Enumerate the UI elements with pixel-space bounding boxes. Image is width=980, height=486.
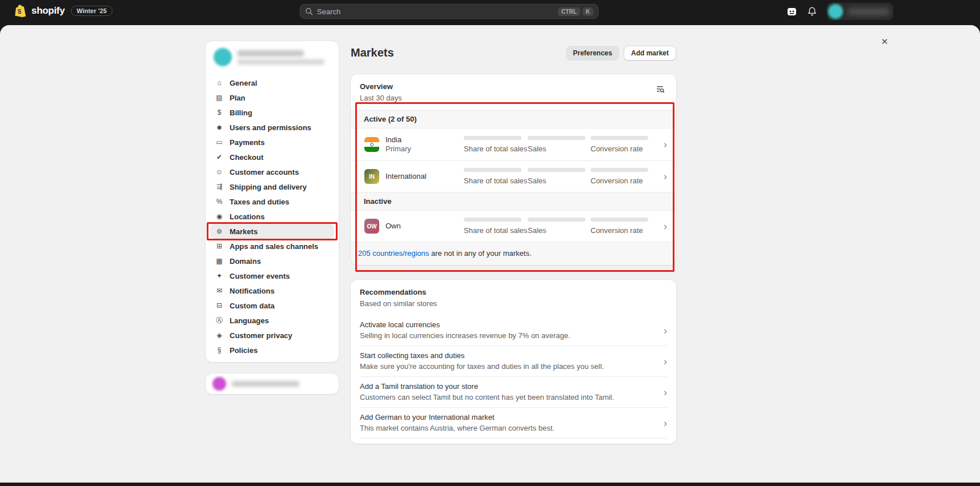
recommendations-title: Recommendations: [360, 288, 437, 297]
markets-globe-icon: ⊚: [215, 227, 224, 235]
recommendation-item[interactable]: Start collecting taxes and duties Make s…: [360, 346, 667, 376]
preferences-button[interactable]: Preferences: [566, 46, 619, 61]
sidekick-button[interactable]: [785, 5, 798, 18]
sidebar-item-shipping-and-delivery[interactable]: ⇶ Shipping and delivery: [210, 179, 334, 194]
page-title: Markets: [351, 46, 394, 59]
users-icon: ☻: [215, 123, 224, 131]
sidebar-item-payments[interactable]: ▭ Payments: [210, 135, 334, 150]
redacted-store-domain: [238, 59, 324, 65]
sidebar-item-customer-events[interactable]: ✦ Customer events: [210, 268, 334, 283]
recommendation-title: Activate local currencies: [360, 320, 657, 330]
team-member-card[interactable]: [206, 373, 339, 394]
sidebar-item-domains[interactable]: ▦ Domains: [210, 254, 334, 268]
account-menu[interactable]: [827, 3, 893, 20]
sidebar-item-label: Notifications: [230, 287, 275, 295]
topbar: S shopify Winter ’25 Search CTRL K: [0, 0, 980, 23]
market-section-title: Inactive: [364, 197, 391, 206]
sidebar-item-label: Apps and sales channels: [230, 242, 318, 251]
sidebar-item-label: General: [230, 79, 257, 87]
close-button[interactable]: ✕: [877, 34, 892, 49]
sidebar-item-apps-and-sales-channels[interactable]: ⊞ Apps and sales channels: [210, 239, 334, 254]
store-avatar: [828, 4, 843, 19]
market-name: Own: [385, 222, 457, 231]
search-markets-button[interactable]: [653, 82, 667, 96]
metric-label: Conversion rate: [591, 226, 653, 235]
sidebar-item-label: Plan: [230, 94, 245, 102]
sidebar-item-label: Locations: [230, 212, 264, 221]
policy-doc-icon: §: [215, 346, 224, 354]
sidebar-item-label: Taxes and duties: [230, 198, 290, 206]
metric-label: Sales: [528, 176, 591, 185]
metric-share-of-total-sales: Share of total sales: [464, 136, 528, 153]
bell-icon: [807, 6, 817, 17]
sidebar-item-label: Customer events: [230, 272, 290, 280]
sidebar-item-general[interactable]: ⌂ General: [210, 75, 334, 90]
recommendations-header: Recommendations Based on similar stores: [351, 280, 676, 315]
metric-value-skeleton: [464, 168, 521, 172]
shopify-logo[interactable]: S shopify Winter ’25: [15, 4, 113, 18]
domains-icon: ▦: [215, 257, 224, 265]
recommendation-description: This market contains Austria, where Germ…: [360, 424, 657, 433]
settings-modal: ✕ ⌂ General ▤ Plan $ Billing ☻ Users and…: [0, 25, 980, 483]
sidebar-item-label: Customer accounts: [230, 168, 299, 176]
store-avatar: [214, 48, 232, 66]
apps-grid-icon: ⊞: [215, 242, 224, 250]
sidebar-item-locations[interactable]: ◉ Locations: [210, 209, 334, 224]
market-name: India: [385, 135, 457, 144]
recommendation-description: Selling in local currencies increases re…: [360, 331, 657, 340]
sidebar-item-customer-accounts[interactable]: ☺ Customer accounts: [210, 164, 334, 179]
search-placeholder: Search: [317, 7, 556, 16]
sidebar-item-notifications[interactable]: ✉ Notifications: [210, 283, 334, 298]
recommendation-title: Start collecting taxes and duties: [360, 351, 657, 360]
countries-regions-link[interactable]: 205 countries/regions: [358, 249, 429, 258]
market-row[interactable]: India Primary Share of total salesSalesC…: [351, 128, 676, 160]
metric-value-skeleton: [528, 136, 585, 140]
sidebar-item-billing[interactable]: $ Billing: [210, 105, 334, 120]
sidebar-item-label: Users and permissions: [230, 123, 311, 132]
market-row[interactable]: OW Own Share of total salesSalesConversi…: [351, 211, 676, 242]
sidebar-item-checkout[interactable]: ✔ Checkout: [210, 150, 334, 164]
shopify-admin-settings: { "topbar": { "brand": "shopify", "relea…: [0, 0, 980, 486]
market-rows: India Primary Share of total salesSalesC…: [351, 128, 676, 192]
settings-nav: ⌂ General ▤ Plan $ Billing ☻ Users and p…: [206, 73, 339, 358]
recommendation-description: Make sure you're accounting for taxes an…: [360, 362, 657, 371]
lock-icon: ◈: [215, 331, 224, 339]
notifications-button[interactable]: [805, 5, 819, 18]
chevron-right-icon: ›: [664, 356, 667, 367]
sidebar-item-users-and-permissions[interactable]: ☻ Users and permissions: [210, 120, 334, 135]
recommendation-row: Add a new market ›: [351, 438, 676, 444]
search-icon: [305, 7, 313, 15]
overview-footer-text: are not in any of your markets.: [429, 249, 531, 258]
sidebar-item-customer-privacy[interactable]: ◈ Customer privacy: [210, 328, 334, 343]
recommendation-item[interactable]: Add a new market ›: [360, 438, 667, 444]
market-row[interactable]: IN International Share of total salesSal…: [351, 160, 676, 192]
metric-label: Conversion rate: [591, 176, 653, 185]
sidebar-item-label: Markets: [230, 227, 258, 236]
truck-icon: ⇶: [215, 183, 224, 191]
sidebar-item-languages[interactable]: Ⓐ Languages: [210, 313, 334, 328]
recommendation-item[interactable]: Add a Tamil translation to your store Cu…: [360, 376, 667, 407]
sidebar-item-label: Billing: [230, 109, 252, 117]
team-member-avatar: [212, 377, 226, 391]
metric-value-skeleton: [464, 136, 521, 140]
add-market-button[interactable]: Add market: [624, 46, 676, 61]
overview-subtitle: Last 30 days: [360, 94, 402, 103]
recommendation-title: Add German to your International market: [360, 413, 657, 422]
recommendation-item[interactable]: Activate local currencies Selling in loc…: [360, 315, 667, 346]
sidebar-item-policies[interactable]: § Policies: [210, 343, 334, 358]
metric-label: Sales: [528, 226, 591, 235]
metric-sales: Sales: [528, 218, 591, 235]
kbd-ctrl: CTRL: [558, 7, 580, 16]
sidebar-item-custom-data[interactable]: ⊟ Custom data: [210, 298, 334, 313]
search-input[interactable]: Search CTRL K: [300, 4, 599, 19]
chevron-right-icon: ›: [664, 171, 667, 182]
market-section-header: Inactive: [351, 192, 676, 211]
overview-footer: 205 countries/regions are not in any of …: [351, 242, 676, 265]
sidebar-item-plan[interactable]: ▤ Plan: [210, 90, 334, 105]
header-actions: Preferences Add market: [566, 46, 676, 61]
sidebar-item-taxes-and-duties[interactable]: % Taxes and duties: [210, 194, 334, 209]
sidebar-item-markets[interactable]: ⊚ Markets: [210, 224, 334, 239]
market-metrics: Share of total salesSalesConversion rate: [464, 136, 657, 153]
markets-list: Active (2 of 50) India Primary Share of …: [351, 110, 676, 242]
recommendation-item[interactable]: Add German to your International market …: [360, 407, 667, 438]
